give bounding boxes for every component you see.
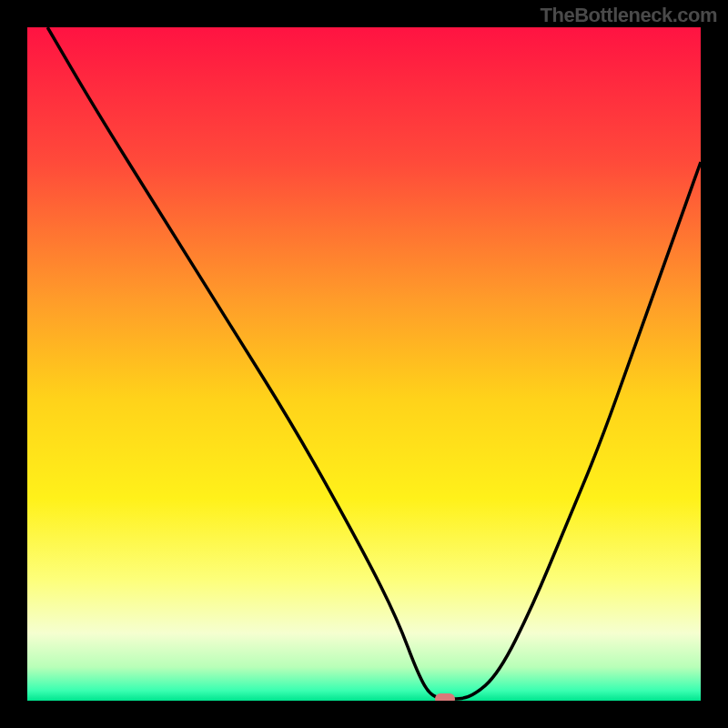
bottleneck-curve: [47, 27, 701, 699]
curve-layer: [27, 27, 701, 701]
plot-area: [27, 27, 701, 701]
optimal-marker: [435, 693, 455, 701]
watermark-text: TheBottleneck.com: [541, 4, 717, 27]
chart-frame: TheBottleneck.com: [0, 0, 728, 728]
